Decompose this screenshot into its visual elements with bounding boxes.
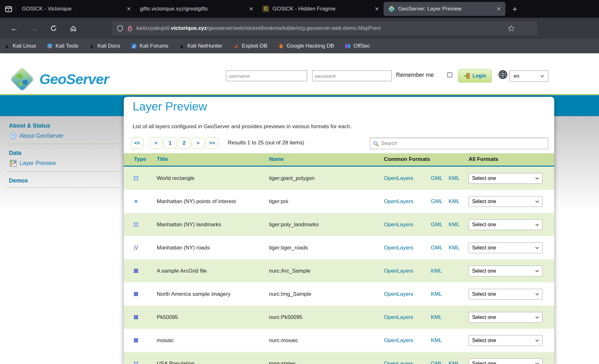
pagination-page-2-button[interactable]: 2 bbox=[178, 137, 190, 149]
table-row: A sample ArcGrid file nurc:Arc_Sample Op… bbox=[124, 259, 554, 282]
close-icon[interactable]: ✕ bbox=[249, 6, 253, 12]
password-field[interactable] bbox=[312, 70, 392, 81]
chevron-down-icon bbox=[535, 316, 539, 319]
format-link[interactable]: KML bbox=[431, 268, 449, 274]
tab-geoserver-active[interactable]: GeoServer: Layer Preview ✕ bbox=[384, 2, 505, 16]
remember-me-checkbox[interactable] bbox=[447, 72, 452, 77]
format-link-openlayers[interactable]: OpenLayers bbox=[384, 268, 431, 274]
exploit-db-icon bbox=[233, 43, 239, 49]
format-link[interactable]: GML bbox=[431, 175, 449, 182]
tab-title: gifts.victorique.xyz/greatgifts bbox=[140, 6, 246, 12]
geoserver-page: GeoServer Remember me Login en About & S… bbox=[0, 53, 599, 364]
column-header-type[interactable]: Type bbox=[134, 156, 146, 162]
layer-name: nurc:Pk50095 bbox=[269, 314, 302, 321]
shield-icon[interactable] bbox=[117, 25, 123, 32]
insecure-lock-icon[interactable] bbox=[127, 25, 133, 32]
format-link-openlayers[interactable]: OpenLayers bbox=[384, 198, 431, 205]
table-row: USA Population topp:states OpenLayersGML… bbox=[124, 352, 554, 364]
all-formats-select[interactable]: Select one bbox=[469, 312, 543, 323]
all-formats-select[interactable]: Select one bbox=[469, 242, 543, 253]
format-link-openlayers[interactable]: OpenLayers bbox=[384, 291, 431, 297]
firefox-view-icon[interactable] bbox=[4, 4, 13, 14]
bookmark-offsec[interactable]: OffSec bbox=[345, 43, 370, 49]
select-value: Select one bbox=[472, 361, 496, 364]
format-link[interactable]: KML bbox=[431, 337, 449, 344]
page-title: Layer Preview bbox=[133, 100, 207, 113]
bookmark-label: Kali Tools bbox=[56, 43, 78, 49]
map-icon bbox=[10, 160, 17, 167]
column-header-name[interactable]: Name bbox=[269, 156, 284, 162]
bookmark-kali-forums[interactable]: Kali Forums bbox=[131, 43, 168, 49]
kali-forums-icon bbox=[131, 43, 137, 49]
pagination-first-button[interactable]: << bbox=[131, 137, 143, 149]
sidebar-item-layer-preview[interactable]: Layer Preview bbox=[10, 160, 118, 167]
format-link[interactable]: GML bbox=[431, 245, 449, 251]
layer-title: World rectangle bbox=[157, 175, 242, 182]
all-formats-select[interactable]: Select one bbox=[469, 266, 543, 276]
format-link-openlayers[interactable]: OpenLayers bbox=[384, 222, 431, 228]
table-row: Manhattan (NY) landmarks tiger:poly_land… bbox=[124, 213, 554, 236]
username-field[interactable] bbox=[226, 70, 307, 81]
sidebar-heading-about-status: About & Status bbox=[9, 122, 118, 129]
language-select[interactable]: en bbox=[510, 70, 548, 82]
search-input[interactable] bbox=[381, 141, 545, 146]
select-value: Select one bbox=[472, 291, 496, 297]
sidebar: About & Status ? About GeoServer Data La… bbox=[6, 117, 121, 189]
forward-button[interactable]: → bbox=[29, 23, 39, 34]
table-row: North America sample imagery nurc:Img_Sa… bbox=[124, 282, 554, 306]
pagination-page-1-button[interactable]: 1 bbox=[164, 137, 176, 149]
all-formats-select[interactable]: Select one bbox=[469, 358, 543, 364]
format-link-openlayers[interactable]: OpenLayers bbox=[384, 361, 431, 364]
all-formats-select[interactable]: Select one bbox=[469, 196, 543, 207]
bookmark-kali-tools[interactable]: Kali Tools bbox=[47, 43, 78, 49]
pagination-next-button[interactable]: > bbox=[192, 137, 204, 149]
format-link[interactable]: KML bbox=[431, 291, 449, 297]
tab-title: GeoServer: Layer Preview bbox=[398, 6, 493, 12]
new-tab-button[interactable]: + bbox=[512, 4, 517, 14]
reload-button[interactable] bbox=[48, 23, 59, 34]
pagination-last-button[interactable]: >> bbox=[206, 137, 218, 149]
layer-name: topp:states bbox=[269, 361, 295, 364]
kali-dragon-icon bbox=[179, 43, 185, 49]
format-link-openlayers[interactable]: OpenLayers bbox=[384, 314, 431, 321]
all-formats-select[interactable]: Select one bbox=[469, 335, 543, 346]
format-link[interactable]: KML bbox=[449, 198, 460, 205]
format-link[interactable]: GML bbox=[431, 222, 449, 228]
pagination-prev-button[interactable]: < bbox=[150, 137, 162, 149]
tab-gosick-hidden[interactable]: G GOSICK - Hidden Fragme ✕ bbox=[258, 0, 384, 18]
bookmark-label: Kali Linux bbox=[13, 43, 36, 49]
all-formats-select[interactable]: Select one bbox=[469, 289, 543, 300]
search-box[interactable] bbox=[370, 138, 548, 149]
format-link[interactable]: KML bbox=[431, 314, 449, 321]
all-formats-select[interactable]: Select one bbox=[469, 219, 543, 230]
bookmark-google-hacking-db[interactable]: Google Hacking DB bbox=[278, 43, 334, 49]
bookmark-kali-linux[interactable]: Kali Linux bbox=[4, 43, 36, 49]
tab-gosick-victorique[interactable]: GOSICK - Victorique ✕ bbox=[17, 0, 135, 18]
format-link[interactable]: GML bbox=[431, 361, 449, 364]
bookmark-exploit-db[interactable]: Exploit-DB bbox=[233, 43, 267, 49]
format-link[interactable]: KML bbox=[449, 245, 460, 251]
close-icon[interactable]: ✕ bbox=[375, 6, 379, 12]
format-link[interactable]: KML bbox=[449, 361, 460, 364]
table-header: Type Title Name Common Formats All Forma… bbox=[124, 153, 554, 167]
format-link-openlayers[interactable]: OpenLayers bbox=[384, 245, 431, 251]
login-button[interactable]: Login bbox=[458, 69, 492, 83]
tab-gifts-victorique[interactable]: gifts.victorique.xyz/greatgifts ✕ bbox=[135, 0, 258, 18]
format-link-openlayers[interactable]: OpenLayers bbox=[384, 175, 431, 182]
home-button[interactable] bbox=[68, 23, 79, 34]
close-icon[interactable]: ✕ bbox=[127, 6, 131, 12]
layer-title: A sample ArcGrid file bbox=[157, 267, 242, 275]
bookmark-kali-nethunter[interactable]: Kali NetHunter bbox=[179, 43, 223, 49]
format-link[interactable]: KML bbox=[449, 175, 460, 182]
back-button[interactable]: ← bbox=[9, 23, 20, 34]
all-formats-select[interactable]: Select one bbox=[469, 173, 543, 184]
close-icon[interactable]: ✕ bbox=[497, 6, 501, 12]
format-link[interactable]: KML bbox=[449, 222, 460, 228]
url-bar[interactable]: ka4zuyakujo0. victorique.xyz /geoserver/… bbox=[112, 21, 537, 35]
bookmark-kali-docs[interactable]: Kali Docs bbox=[89, 43, 120, 49]
sidebar-item-about-geoserver[interactable]: ? About GeoServer bbox=[10, 132, 118, 139]
format-link[interactable]: GML bbox=[431, 198, 449, 205]
select-value: Select one bbox=[472, 222, 496, 228]
column-header-title[interactable]: Title bbox=[157, 156, 168, 162]
format-link-openlayers[interactable]: OpenLayers bbox=[384, 337, 431, 344]
